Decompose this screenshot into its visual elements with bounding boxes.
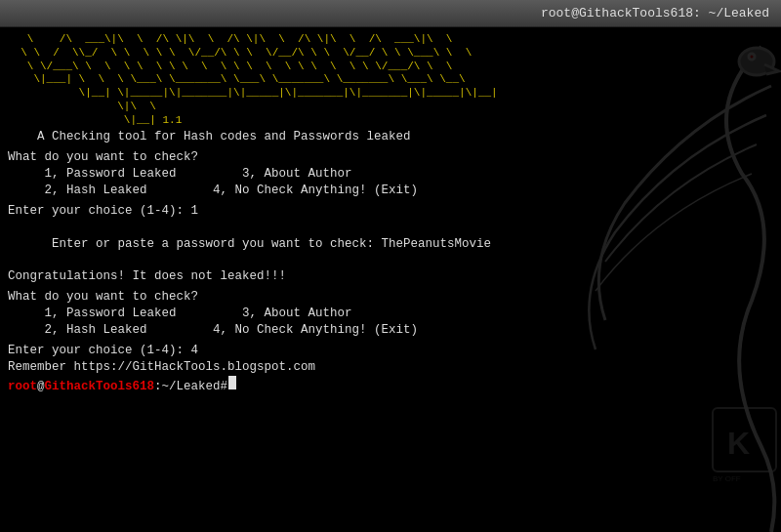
menu2-item-4: 4, No Check Anything! (Exit)	[147, 322, 419, 339]
menu-row-2: 2, Hash Leaked 4, No Check Anything! (Ex…	[8, 183, 773, 199]
menu2-row-2: 2, Hash Leaked 4, No Check Anything! (Ex…	[8, 322, 773, 339]
menu-header-1: What do you want to check?	[8, 149, 773, 166]
titlebar: root@GithackTools618: ~/Leaked	[0, 0, 781, 27]
titlebar-text: root@GithackTools618: ~/Leaked	[541, 6, 769, 20]
prompt-host: GithackTools618	[45, 379, 155, 395]
menu-item-2: 2, Hash Leaked	[8, 183, 147, 199]
menu2-item-2: 2, Hash Leaked	[8, 322, 147, 339]
terminal-content: \ /\ ___\|\ \ /\ \|\ \ /\ \|\ \ /\ \|\ \…	[0, 27, 781, 532]
menu-row-1: 1, Password Leaked 3, About Author	[8, 166, 773, 183]
terminal: K BY OFF \ /\ ___\|\ \ /\ \|\ \ /\ \|\ \…	[0, 27, 781, 532]
menu-item-3: 3, About Author	[177, 166, 352, 183]
prompt-path: :~/Leaked	[154, 379, 221, 395]
menu2-row-1: 1, Password Leaked 3, About Author	[8, 306, 773, 322]
prompt-root: root	[8, 379, 37, 395]
menu-header-2: What do you want to check?	[8, 289, 773, 306]
password-prompt-text: Enter or paste a password you want to ch…	[52, 237, 382, 251]
tagline: A Checking tool for Hash codes and Passw…	[8, 129, 773, 145]
remember-line: Remember https://GitHackTools.blogspot.c…	[8, 359, 773, 376]
menu2-item-3: 3, About Author	[177, 306, 352, 322]
choice1-prompt: Enter your choice (1-4): 1	[8, 203, 773, 220]
password-input-line: Enter or paste a password you want to ch…	[8, 220, 773, 269]
prompt-at: @	[37, 379, 45, 395]
prompt-hash: #	[221, 379, 228, 395]
menu-item-4: 4, No Check Anything! (Exit)	[147, 183, 419, 199]
menu2-item-1: 1, Password Leaked	[8, 306, 177, 322]
choice2-prompt: Enter your choice (1-4): 4	[8, 343, 773, 359]
ascii-art: \ /\ ___\|\ \ /\ \|\ \ /\ \|\ \ /\ \|\ \…	[8, 33, 773, 127]
check-result: Congratulations! It does not leaked!!!	[8, 268, 773, 285]
final-prompt-line: root@GithackTools618:~/Leaked#	[8, 376, 773, 395]
password-value: ThePeanutsMovie	[382, 237, 492, 251]
cursor	[228, 376, 236, 389]
menu-item-1: 1, Password Leaked	[8, 166, 177, 183]
